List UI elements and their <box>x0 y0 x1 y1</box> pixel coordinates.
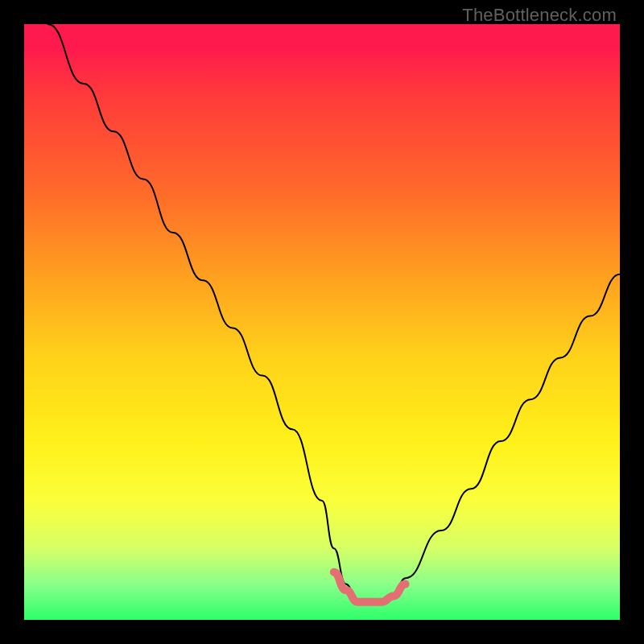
bottleneck-curve <box>48 24 620 602</box>
min-bottleneck-highlight <box>334 572 406 602</box>
curve-layer <box>24 24 620 620</box>
plot-area <box>24 24 620 620</box>
chart-frame: TheBottleneck.com <box>0 0 644 644</box>
watermark-label: TheBottleneck.com <box>462 5 617 26</box>
